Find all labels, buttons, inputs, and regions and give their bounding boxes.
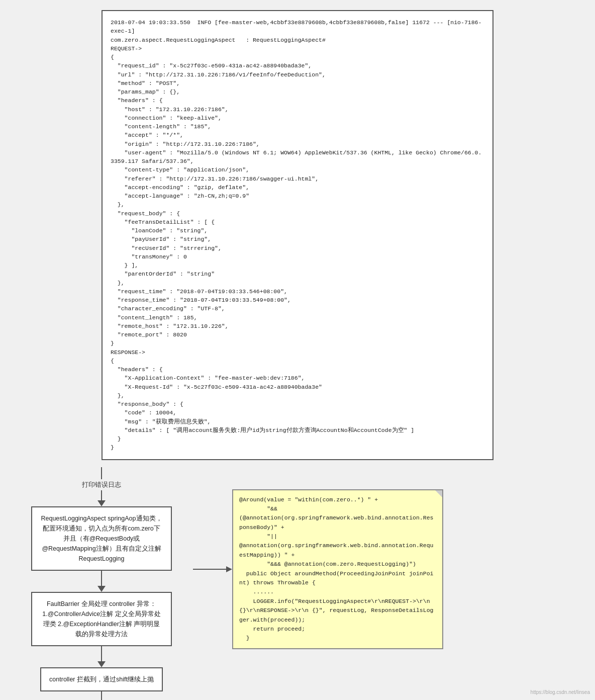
arrow-down-head-2 bbox=[97, 586, 106, 592]
vert-line-3 bbox=[101, 571, 102, 586]
down-arrow-1: 打印错误日志 bbox=[82, 467, 121, 506]
vert-line-2 bbox=[101, 490, 102, 500]
log-box: 2018-07-04 19:03:33.550 INFO [fee-master… bbox=[102, 10, 493, 460]
print-log-label: 打印错误日志 bbox=[82, 480, 121, 489]
horiz-arrow-1 bbox=[192, 563, 232, 575]
arrow-down-head-3 bbox=[97, 661, 106, 667]
box2: FaultBarrier 全局处理 controller 异常： 1.@Cont… bbox=[31, 592, 172, 646]
spacer-mid1 bbox=[192, 649, 584, 700]
spacer-top bbox=[192, 467, 584, 489]
watermark: https://blog.csdn.net/linsea bbox=[531, 689, 590, 695]
log-section: 2018-07-04 19:03:33.550 INFO [fee-master… bbox=[102, 10, 493, 460]
down-arrow-4 bbox=[97, 691, 106, 701]
left-col-1: 打印错误日志 RequestLoggingAspect springAop通知类… bbox=[11, 467, 192, 701]
box3: controller 拦截到，通过shift继续上抛 bbox=[40, 667, 163, 691]
main-container: 2018-07-04 19:03:33.550 INFO [fee-master… bbox=[0, 0, 595, 700]
box1: RequestLoggingAspect springAop通知类，配置环境通知… bbox=[31, 506, 172, 571]
diagram-wrapper: 打印错误日志 RequestLoggingAspect springAop通知类… bbox=[11, 467, 584, 701]
down-arrow-2 bbox=[97, 571, 106, 592]
down-arrow-3 bbox=[97, 646, 106, 667]
right-col: @Around(value = "within(com.zero..*) " +… bbox=[192, 467, 584, 701]
code-box-1: @Around(value = "within(com.zero..*) " +… bbox=[232, 489, 443, 649]
vert-line-1 bbox=[101, 467, 102, 479]
svg-marker-1 bbox=[226, 566, 232, 572]
vert-line-4 bbox=[101, 646, 102, 661]
vert-line-5 bbox=[101, 691, 102, 701]
row-code1: @Around(value = "within(com.zero..*) " +… bbox=[192, 489, 584, 649]
arrow-down-head-1 bbox=[97, 500, 106, 506]
row1: 打印错误日志 RequestLoggingAspect springAop通知类… bbox=[11, 467, 584, 701]
